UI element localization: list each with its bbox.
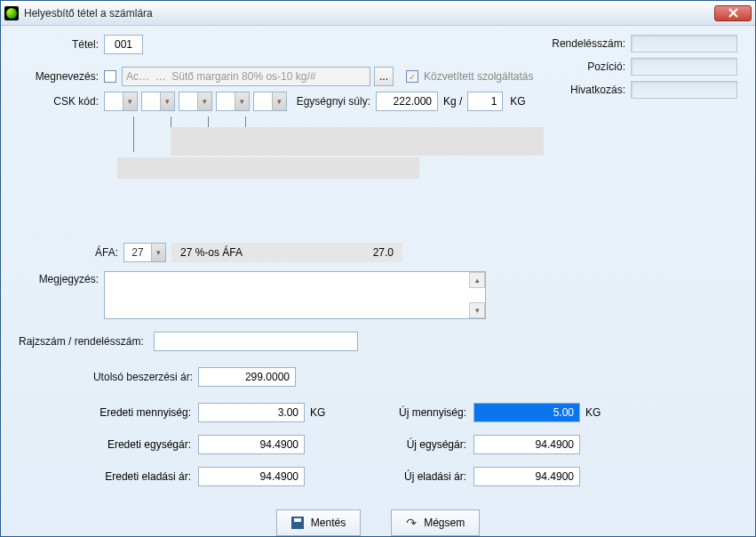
csk-dropdown-3[interactable]: ▾ bbox=[179, 92, 212, 111]
save-button[interactable]: Mentés bbox=[276, 509, 361, 536]
item-label: Tétel: bbox=[12, 38, 104, 51]
vat-desc-text: 27 %-os ÁFA bbox=[180, 246, 243, 259]
note-label: Megjegyzés: bbox=[12, 271, 104, 285]
kg-per-label: Kg / bbox=[443, 95, 462, 108]
titlebar: Helyesbítő tétel a számlára bbox=[1, 1, 755, 26]
chevron-down-icon: ▾ bbox=[197, 92, 211, 110]
note-textarea[interactable]: ▴ ▾ bbox=[104, 271, 486, 319]
last-purchase-label: Utolsó beszerzési ár: bbox=[12, 371, 198, 383]
scroll-up-button[interactable]: ▴ bbox=[469, 272, 485, 288]
new-saleprice-field[interactable] bbox=[473, 467, 580, 486]
new-qty-unit: KG bbox=[580, 406, 616, 419]
top-right-panel: Rendelésszám: Pozíció: Hivatkozás: bbox=[538, 35, 743, 104]
vat-dropdown[interactable]: 27 ▾ bbox=[123, 243, 166, 262]
new-saleprice-label: Új eladási ár: bbox=[394, 470, 473, 483]
button-bar: Mentés ↶ Mégsem bbox=[12, 509, 744, 536]
window: Helyesbítő tétel a számlára Rendelésszám… bbox=[0, 0, 756, 537]
chevron-down-icon: ▾ bbox=[235, 92, 249, 110]
ellipsis-icon: ... bbox=[379, 70, 388, 83]
kg-label: KG bbox=[510, 95, 525, 108]
order-field[interactable] bbox=[631, 35, 737, 52]
orig-saleprice-field[interactable] bbox=[198, 467, 305, 486]
name-field[interactable] bbox=[122, 67, 370, 86]
orig-qty-unit: KG bbox=[305, 406, 340, 419]
drawing-no-label: Rajzszám / rendelésszám: bbox=[12, 335, 154, 348]
scroll-down-button[interactable]: ▾ bbox=[469, 302, 485, 318]
reference-field[interactable] bbox=[631, 81, 737, 99]
unit-weight-per-field[interactable] bbox=[467, 92, 503, 111]
name-label: Megnevezés: bbox=[12, 70, 104, 83]
csk-detail-area bbox=[117, 116, 544, 179]
vat-rate-value: 27.0 bbox=[373, 246, 394, 259]
orig-qty-field[interactable] bbox=[198, 403, 305, 422]
position-field[interactable] bbox=[631, 58, 737, 76]
csk-dropdown-2[interactable]: ▾ bbox=[141, 92, 175, 111]
content: Rendelésszám: Pozíció: Hivatkozás: Tétel… bbox=[1, 26, 755, 537]
unit-weight-field[interactable] bbox=[376, 92, 438, 111]
item-field[interactable] bbox=[104, 35, 143, 54]
drawing-no-field[interactable] bbox=[154, 332, 358, 351]
cancel-button[interactable]: ↶ Mégsem bbox=[391, 509, 480, 536]
save-icon bbox=[291, 517, 304, 529]
save-label: Mentés bbox=[311, 517, 346, 529]
chevron-down-icon: ▾ bbox=[272, 92, 286, 110]
mediated-checkbox[interactable]: ✓ bbox=[406, 70, 418, 83]
last-purchase-field[interactable] bbox=[198, 367, 296, 387]
undo-icon: ↶ bbox=[406, 516, 417, 530]
csk-label: CSK kód: bbox=[12, 95, 104, 108]
vat-value: 27 bbox=[124, 244, 151, 261]
order-label: Rendelésszám: bbox=[538, 37, 631, 50]
new-unitprice-field[interactable] bbox=[473, 435, 580, 454]
orig-unitprice-field[interactable] bbox=[198, 435, 305, 454]
window-title: Helyesbítő tétel a számlára bbox=[24, 7, 153, 20]
close-button[interactable] bbox=[714, 5, 752, 21]
csk-dropdown-1[interactable]: ▾ bbox=[104, 92, 138, 111]
unit-weight-label: Egységnyi súly: bbox=[292, 95, 376, 108]
orig-qty-label: Eredeti mennyiség: bbox=[12, 406, 198, 419]
vat-label: ÁFA: bbox=[12, 246, 123, 259]
chevron-down-icon: ▾ bbox=[123, 92, 137, 110]
cancel-label: Mégsem bbox=[424, 517, 465, 529]
new-qty-label: Új mennyiség: bbox=[394, 406, 473, 419]
new-qty-field[interactable] bbox=[473, 403, 580, 422]
orig-saleprice-label: Eredeti eladási ár: bbox=[12, 470, 198, 483]
mediated-label: Közvetített szolgáltatás bbox=[424, 70, 533, 83]
chevron-down-icon: ▾ bbox=[151, 244, 165, 261]
csk-dropdown-5[interactable]: ▾ bbox=[253, 92, 287, 111]
close-icon bbox=[728, 8, 738, 18]
position-label: Pozíció: bbox=[538, 60, 631, 73]
name-lookup-button[interactable]: ... bbox=[374, 67, 394, 86]
app-icon bbox=[4, 6, 19, 20]
vat-description: 27 %-os ÁFA 27.0 bbox=[171, 243, 402, 262]
csk-dropdown-4[interactable]: ▾ bbox=[216, 92, 250, 111]
reference-label: Hivatkozás: bbox=[538, 84, 631, 96]
chevron-down-icon: ▾ bbox=[160, 92, 174, 110]
name-checkbox[interactable] bbox=[104, 70, 116, 83]
orig-unitprice-label: Eredeti egységár: bbox=[12, 438, 198, 451]
new-unitprice-label: Új egységár: bbox=[394, 438, 473, 451]
